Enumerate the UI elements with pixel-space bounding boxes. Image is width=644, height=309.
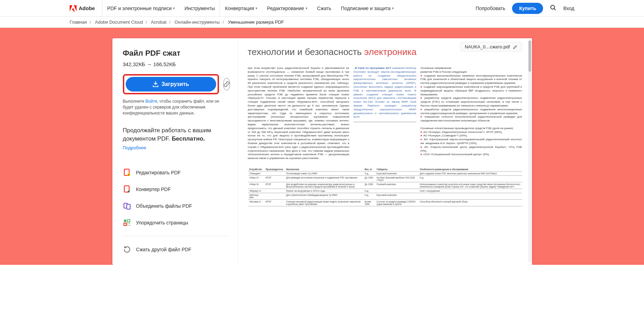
keep-working-text: Продолжайте работать с вашим документом … (123, 126, 227, 143)
organize-pages-icon (123, 219, 131, 227)
size-from: 342,32КБ (123, 61, 145, 67)
share-link-button[interactable] (223, 78, 230, 90)
size-info: 342,32КБ → 166,52КБ (123, 61, 227, 67)
tool-convert-pdf[interactable]: Конвертер PDF (123, 181, 227, 198)
filename-text: NAUKA_0…сжато.pdf (465, 44, 510, 49)
edit-pdf-icon (123, 168, 131, 177)
document-preview: NAUKA_0…сжато.pdf технологии и безопасно… (238, 38, 532, 265)
restart-icon (123, 245, 131, 254)
learn-more-link[interactable]: Подробнее (123, 145, 227, 150)
download-icon (152, 81, 159, 87)
tool-combine-pdf[interactable]: Объединить файлы PDF (123, 198, 227, 214)
chevron-down-icon: ▾ (306, 6, 307, 10)
nav-compress[interactable]: Сжать (312, 0, 336, 16)
chevron-down-icon: ▾ (392, 6, 394, 10)
crumb-dc[interactable]: Adobe Document Cloud (95, 19, 143, 25)
svg-point-0 (551, 5, 555, 9)
main-nav: PDF и электронные подписи▾ Инструменты К… (102, 0, 399, 16)
nav-tools[interactable]: Инструменты (180, 0, 220, 16)
doc-column-1: при этом возрастает роль радиоэлектронно… (248, 66, 350, 160)
adobe-logo-icon (70, 5, 77, 11)
svg-line-1 (554, 9, 556, 10)
result-panel: Файл PDF сжат 342,32КБ → 166,52КБ Загруз… (112, 38, 238, 265)
crumb-home[interactable]: Главная (70, 19, 87, 25)
svg-rect-7 (127, 204, 130, 209)
try-button[interactable]: Попробовать (476, 6, 505, 11)
doc-column-3: Основные направления развития РЭБ в Росс… (421, 66, 522, 160)
page-title: Файл PDF сжат (123, 49, 227, 58)
svg-rect-5 (127, 190, 130, 193)
chevron-down-icon: ▾ (256, 6, 257, 10)
download-highlight: Загрузить (123, 74, 219, 94)
search-icon[interactable] (550, 5, 556, 12)
crumb-current: Уменьшение размера PDF (228, 19, 284, 25)
convert-pdf-icon (123, 185, 131, 193)
chevron-down-icon: ▾ (173, 6, 175, 10)
link-icon (223, 81, 230, 87)
svg-rect-8 (124, 220, 126, 222)
breadcrumb: Главная/ Adobe Document Cloud/ Acrobat/ … (0, 17, 644, 28)
nav-sign-protect[interactable]: Подписание и защита▾ (336, 0, 399, 16)
nav-edit[interactable]: Редактирование▾ (262, 0, 312, 16)
filename-badge[interactable]: NAUKA_0…сжато.pdf (460, 42, 522, 52)
tool-edit-pdf[interactable]: Редактировать PDF (123, 164, 227, 181)
size-to: 166,52КБ (153, 61, 175, 67)
brand-name: Adobe (79, 5, 95, 11)
signin-link[interactable]: Войти (146, 99, 157, 104)
divider (123, 236, 227, 236)
doc-table: УстройствоПроизводительНазначениеВес, кг… (248, 167, 522, 206)
tool-compress-another[interactable]: Сжать другой файл PDF (123, 241, 227, 258)
crumb-acrobat[interactable]: Acrobat (151, 19, 166, 25)
crumb-online[interactable]: Онлайн-инструменты (174, 19, 220, 25)
svg-rect-11 (127, 223, 130, 225)
login-link[interactable]: Вход (563, 6, 574, 11)
nav-pdf-signatures[interactable]: PDF и электронные подписи▾ (102, 0, 180, 16)
nav-convert[interactable]: Конвертация▾ (220, 0, 262, 16)
svg-rect-10 (124, 223, 126, 225)
save-note: Выполните Войти, чтобы сохранить файл, и… (123, 98, 227, 116)
doc-column-2: _В США по программе ACT компания Northro… (353, 66, 416, 122)
pencil-icon (513, 45, 518, 49)
download-button[interactable]: Загрузить (126, 77, 216, 92)
buy-button[interactable]: Купить (512, 3, 543, 14)
combine-pdf-icon (123, 202, 131, 210)
brand-logo[interactable]: Adobe (70, 0, 102, 16)
tool-organize-pages[interactable]: Упорядочить страницы (123, 214, 227, 231)
size-arrow: → (147, 61, 152, 67)
svg-rect-9 (127, 220, 130, 222)
